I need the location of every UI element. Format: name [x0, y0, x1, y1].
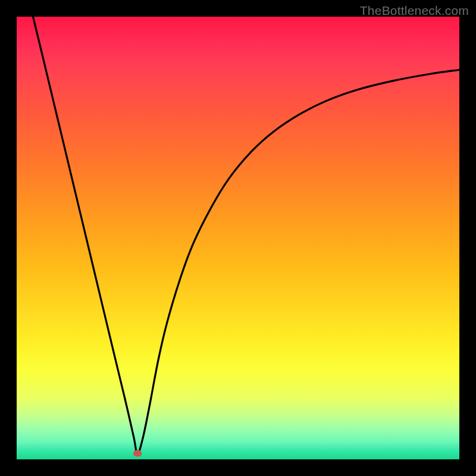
- watermark-text: TheBottleneck.com: [360, 4, 469, 18]
- bottleneck-curve: [33, 17, 459, 453]
- curve-layer: [17, 17, 459, 459]
- plot-area: [17, 17, 459, 459]
- minimum-marker: [133, 450, 142, 457]
